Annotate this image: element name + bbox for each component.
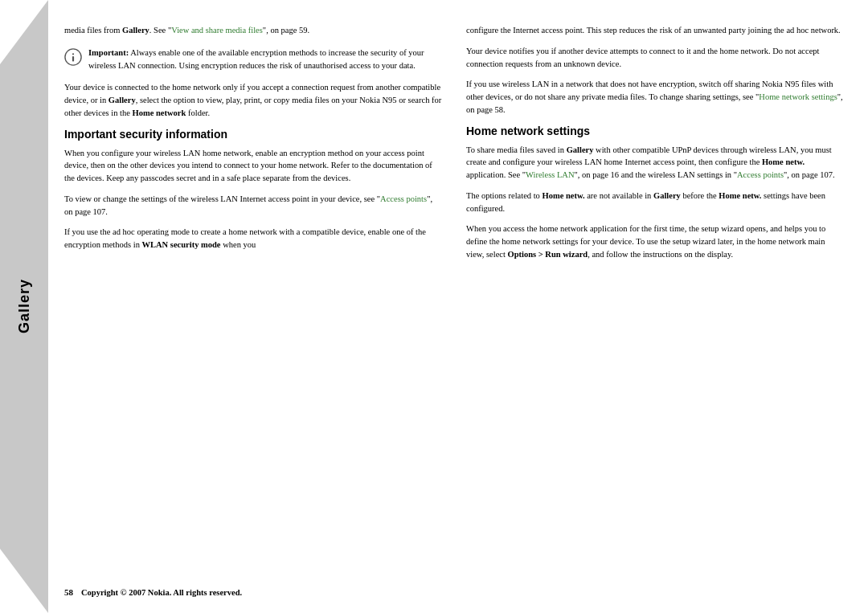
body-text-3: To view or change the settings of the wi… [64,193,442,219]
footer: 58 Copyright © 2007 Nokia. All rights re… [64,581,844,597]
body-text-4: If you use the ad hoc operating mode to … [64,226,442,251]
page-number: 58 [64,587,73,597]
home-network-settings-link[interactable]: Home network settings [759,92,837,101]
left-column: media files from Gallery. See "View and … [64,24,442,581]
sidebar: Gallery [0,0,48,613]
sidebar-label: Gallery [16,279,33,333]
right-body-3: If you use wireless LAN in a network tha… [466,78,844,116]
body-text-1: Your device is connected to the home net… [64,81,442,119]
view-share-link[interactable]: View and share media files [171,26,263,35]
important-text: Important: Always enable one of the avai… [88,47,442,72]
important-icon [64,48,82,66]
copyright-text: Copyright © 2007 Nokia. All rights reser… [81,588,242,597]
intro-text: media files from Gallery. See "View and … [64,24,442,37]
right-body-4: To share media files saved in Gallery wi… [466,144,844,182]
two-column-layout: media files from Gallery. See "View and … [64,24,844,581]
right-body-2: Your device notifies you if another devi… [466,45,844,71]
right-column: configure the Internet access point. Thi… [466,24,844,581]
important-box: Important: Always enable one of the avai… [64,47,442,72]
right-body-5: The options related to Home netw. are no… [466,190,844,215]
section1-title: Important security information [64,128,442,141]
content-area: media files from Gallery. See "View and … [48,0,868,613]
sidebar-triangle-top [0,0,48,64]
access-points-link-left[interactable]: Access points [380,194,427,203]
body-text-2: When you configure your wireless LAN hom… [64,147,442,185]
svg-rect-2 [72,56,74,61]
right-body-6: When you access the home network applica… [466,223,844,260]
important-label: Important: [88,48,129,57]
svg-point-1 [72,53,74,55]
access-points-link-right[interactable]: Access points [737,170,784,179]
sidebar-triangle-bottom [0,549,48,613]
wireless-lan-link[interactable]: Wireless LAN [526,170,575,179]
right-body-1: configure the Internet access point. Thi… [466,24,844,37]
section2-title: Home network settings [466,125,844,137]
page-container: Gallery media files from Gallery. See "V… [0,0,868,613]
